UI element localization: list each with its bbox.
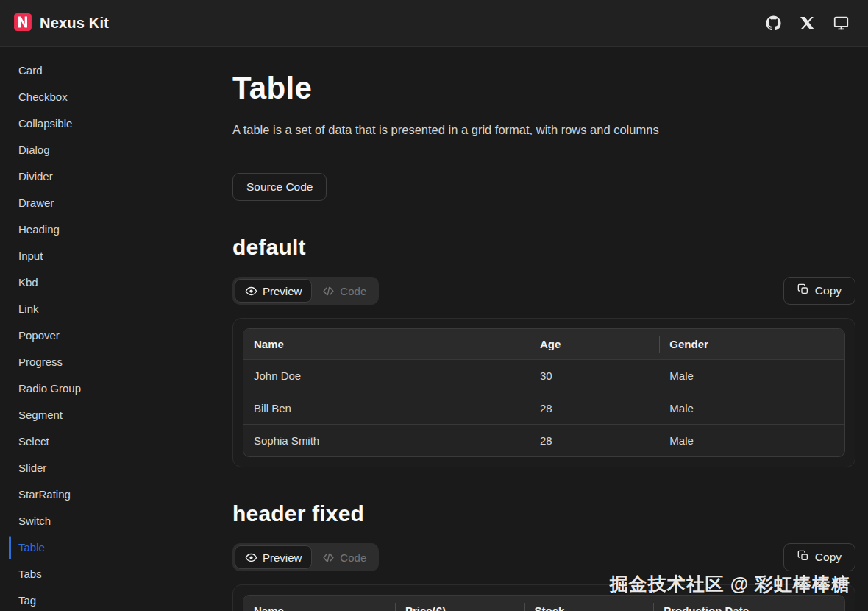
sidebar: CardCheckboxCollapsibleDialogDividerDraw…	[0, 47, 221, 611]
sidebar-item-drawer[interactable]: Drawer	[10, 190, 221, 216]
copy-button-label: Copy	[815, 284, 842, 297]
column-header: Gender	[659, 329, 844, 360]
sidebar-item-divider[interactable]: Divider	[10, 163, 221, 190]
column-header: Age	[530, 329, 659, 360]
sidebar-item-starrating[interactable]: StarRating	[10, 481, 221, 508]
eye-icon	[245, 285, 257, 297]
tab-code-label: Code	[340, 551, 366, 564]
table-cell: 28	[530, 425, 659, 457]
sidebar-item-popover[interactable]: Popover	[10, 322, 221, 349]
nexus-logo-icon	[13, 13, 32, 35]
column-header: Stock	[524, 596, 654, 611]
sidebar-item-slider[interactable]: Slider	[10, 455, 221, 481]
code-icon	[322, 285, 335, 297]
sidebar-item-checkbox[interactable]: Checkbox	[10, 84, 221, 110]
topbar: Nexus Kit	[0, 0, 868, 47]
github-icon[interactable]	[766, 15, 781, 31]
table-cell: Male	[659, 360, 844, 392]
copy-button-label: Copy	[815, 551, 842, 564]
table-row: Sophia Smith28Male	[243, 425, 844, 457]
source-code-button[interactable]: Source Code	[232, 173, 327, 201]
sidebar-item-card[interactable]: Card	[10, 57, 221, 84]
page-description: A table is a set of data that is present…	[232, 123, 855, 137]
column-header: Production Date	[653, 596, 844, 611]
table-row: John Doe30Male	[243, 360, 844, 392]
column-header: Price(€)	[395, 596, 524, 611]
eye-icon	[245, 551, 257, 564]
preview-code-tab-group: Preview Code	[232, 277, 379, 305]
table-cell: Bill Ben	[243, 392, 530, 425]
tab-preview-label: Preview	[263, 551, 302, 564]
sidebar-item-switch[interactable]: Switch	[10, 508, 221, 534]
sidebar-item-input[interactable]: Input	[10, 243, 221, 269]
main-content: Table A table is a set of data that is p…	[221, 47, 868, 611]
sidebar-item-tabs[interactable]: Tabs	[10, 561, 221, 587]
column-header: Name	[243, 596, 395, 611]
sidebar-item-tag[interactable]: Tag	[10, 587, 221, 611]
sidebar-item-link[interactable]: Link	[10, 296, 221, 322]
table-cell: Male	[659, 425, 844, 457]
copy-button[interactable]: Copy	[783, 543, 855, 571]
topbar-actions	[766, 15, 849, 31]
sidebar-nav: CardCheckboxCollapsibleDialogDividerDraw…	[10, 57, 221, 611]
display-theme-icon[interactable]	[833, 15, 849, 31]
code-icon	[322, 551, 335, 564]
column-header: Name	[243, 329, 530, 360]
divider	[232, 158, 855, 158]
table-header-row: NameAgeGender	[243, 329, 844, 360]
brand[interactable]: Nexus Kit	[13, 13, 109, 35]
tab-code-label: Code	[340, 285, 366, 297]
table-cell: 30	[530, 360, 659, 392]
x-twitter-icon[interactable]	[800, 16, 814, 30]
section-heading-header-fixed: header fixed	[232, 501, 855, 526]
preview-panel-header-fixed: NamePrice(€)StockProduction Date	[232, 584, 855, 611]
header-fixed-table: NamePrice(€)StockProduction Date	[243, 596, 844, 611]
copy-icon	[797, 550, 809, 565]
preview-panel-default: NameAgeGenderJohn Doe30MaleBill Ben28Mal…	[232, 318, 855, 467]
page-title: Table	[232, 71, 855, 106]
brand-title: Nexus Kit	[40, 15, 109, 32]
sidebar-item-dialog[interactable]: Dialog	[10, 137, 221, 163]
tab-code[interactable]: Code	[312, 279, 377, 303]
sidebar-item-table[interactable]: Table	[10, 534, 221, 561]
table-cell: John Doe	[243, 360, 530, 392]
section-controls: Preview Code Copy	[232, 543, 855, 571]
sidebar-item-select[interactable]: Select	[10, 428, 221, 455]
sidebar-item-kbd[interactable]: Kbd	[10, 269, 221, 296]
copy-icon	[797, 283, 809, 298]
section-controls: Preview Code Copy	[232, 277, 855, 305]
table-cell: 28	[530, 392, 659, 425]
sidebar-item-collapsible[interactable]: Collapsible	[10, 110, 221, 137]
copy-button[interactable]: Copy	[783, 277, 855, 305]
table-row: Bill Ben28Male	[243, 392, 844, 425]
default-table: NameAgeGenderJohn Doe30MaleBill Ben28Mal…	[243, 329, 844, 456]
table-container: NamePrice(€)StockProduction Date	[243, 595, 845, 611]
tab-preview[interactable]: Preview	[235, 279, 312, 303]
sidebar-item-heading[interactable]: Heading	[10, 216, 221, 243]
section-heading-default: default	[232, 235, 855, 260]
table-cell: Male	[659, 392, 844, 425]
tab-preview[interactable]: Preview	[235, 545, 312, 569]
sidebar-item-progress[interactable]: Progress	[10, 349, 221, 375]
tab-preview-label: Preview	[263, 285, 302, 297]
table-container: NameAgeGenderJohn Doe30MaleBill Ben28Mal…	[243, 328, 845, 457]
sidebar-item-segment[interactable]: Segment	[10, 402, 221, 428]
table-cell: Sophia Smith	[243, 425, 530, 457]
tab-code[interactable]: Code	[312, 545, 377, 569]
preview-code-tab-group: Preview Code	[232, 543, 379, 571]
table-header-row: NamePrice(€)StockProduction Date	[243, 596, 844, 611]
sidebar-item-radio-group[interactable]: Radio Group	[10, 375, 221, 402]
